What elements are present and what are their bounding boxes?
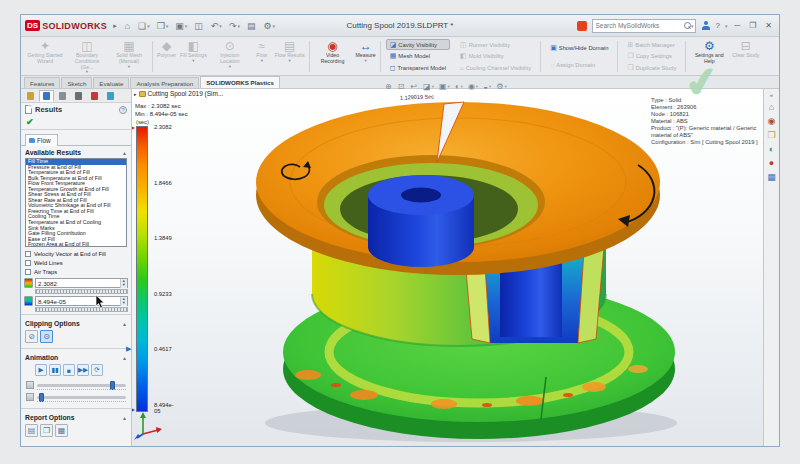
ribbon-button[interactable]: ◉ Video Recording — [312, 38, 354, 75]
quick-access-button[interactable]: ❒▾ — [157, 21, 169, 31]
feature-tree-flyout[interactable]: ▸ Cutting Spool 2019 (Sim... — [134, 90, 223, 97]
ribbon-toggle-button[interactable]: ❐ Copy Settings — [623, 51, 680, 62]
ribbon-button[interactable]: ▦ Solid Mesh (Manual) ▾ — [108, 38, 150, 75]
view-toolbar-button[interactable]: ◒ ▾ — [483, 82, 491, 91]
help-icon[interactable]: ? — [119, 106, 127, 114]
checkbox-row[interactable]: Air Traps — [21, 267, 131, 276]
task-pane-collapse-icon[interactable]: « — [770, 92, 773, 98]
ribbon-button[interactable]: ◫ Boundary Conditions (Ge... ▾ — [66, 38, 108, 75]
max-spinner[interactable]: ▲▼ — [120, 279, 127, 288]
property-manager-tab[interactable] — [103, 90, 118, 102]
help-button[interactable]: ? — [715, 21, 719, 30]
command-tab[interactable]: Features — [24, 77, 60, 88]
min-value-input[interactable] — [36, 298, 120, 305]
ribbon-button[interactable]: ✦ Getting Started Wizard — [24, 38, 66, 75]
task-pane-tab-icon[interactable]: ⌂ — [769, 102, 774, 112]
ribbon-toggle-button[interactable]: ≈ Cooling Channel Visibility — [456, 63, 535, 74]
ribbon-toggle-button[interactable]: ◧ Mold Visibility — [456, 51, 535, 62]
solidworks-logo[interactable]: DS SOLIDWORKS — [21, 20, 113, 31]
view-toolbar-button[interactable]: ⊡ — [398, 82, 406, 91]
panel-flyout-arrow-icon[interactable]: ▶ — [126, 345, 131, 353]
slider-handle[interactable] — [39, 393, 44, 402]
command-tab[interactable]: SOLIDWORKS Plastics — [200, 76, 280, 88]
ribbon-toggle-button[interactable]: ⊞ Batch Manager — [623, 39, 680, 50]
task-pane-tab-icon[interactable]: ◐ — [769, 144, 774, 154]
command-tab[interactable]: Evaluate — [93, 77, 129, 88]
result-list-item[interactable]: Frozen Area at End of Fill — [26, 242, 126, 247]
slider-handle[interactable] — [110, 381, 115, 390]
clipping-plane-button[interactable]: ⊘ — [25, 330, 38, 343]
clipping-plane-button[interactable]: ⊙ — [40, 330, 53, 343]
ribbon-toggle-button[interactable]: ◻ Transparent Model — [386, 63, 450, 74]
quick-access-button[interactable]: ⌂ — [125, 21, 131, 31]
ribbon-toggle-button[interactable]: ❒ Duplicate Study — [623, 63, 680, 74]
animation-speed-slider[interactable] — [37, 384, 126, 387]
legend-color-bar[interactable] — [136, 126, 148, 412]
view-toolbar-button[interactable]: ↩ — [410, 82, 418, 91]
report-option-button[interactable]: ▤ — [25, 424, 38, 437]
quick-access-button[interactable]: ❏▾ — [138, 21, 150, 31]
ribbon-toggle-button[interactable]: ▣ Show/Hide Domain — [546, 42, 612, 53]
animation-frame-slider[interactable] — [37, 396, 126, 399]
search-icon[interactable] — [684, 22, 691, 29]
checkbox[interactable] — [25, 269, 31, 275]
ribbon-button[interactable]: ⊟ Clear Study — [730, 38, 761, 75]
checkbox-row[interactable]: Weld Lines — [21, 258, 131, 267]
available-results-header[interactable]: Available Results ▲ — [21, 146, 131, 158]
report-options-header[interactable]: Report Options ▲ — [21, 411, 131, 423]
property-manager-tab[interactable] — [39, 90, 54, 102]
max-value-slider[interactable] — [35, 289, 128, 294]
help-chevron-icon[interactable]: ▾ — [725, 23, 728, 29]
clipping-options-header[interactable]: Clipping Options ▲ — [21, 317, 131, 329]
animation-playback-button[interactable]: ▶▶ — [77, 364, 89, 376]
task-pane-tab-icon[interactable]: ● — [769, 158, 774, 168]
ribbon-button[interactable]: ◧ Fill Settings ▾ — [178, 38, 209, 75]
command-tab[interactable]: Sketch — [61, 77, 92, 88]
max-value-input[interactable] — [36, 280, 120, 287]
property-manager-tab[interactable] — [55, 90, 70, 102]
view-toolbar-button[interactable]: ⚙ ▾ — [496, 82, 506, 91]
close-button[interactable]: ✕ — [763, 21, 774, 30]
checkbox[interactable] — [25, 251, 31, 257]
search-options-chevron-icon[interactable]: ▾ — [691, 23, 694, 29]
animation-playback-button[interactable]: ⟳ — [91, 364, 103, 376]
view-toolbar-button[interactable]: ▣ ▾ — [439, 82, 450, 91]
view-toolbar-button[interactable]: ◐ ▾ — [455, 82, 463, 91]
animation-playback-button[interactable]: ▶ — [35, 364, 47, 376]
view-toolbar-button[interactable]: ◪ ▾ — [423, 82, 434, 91]
property-manager-tab[interactable] — [87, 90, 102, 102]
ribbon-toggle-button[interactable]: ◌ Assign Domain — [546, 60, 612, 71]
checkbox[interactable] — [25, 260, 31, 266]
min-value-slider[interactable] — [35, 307, 128, 312]
quick-access-button[interactable]: ▣▾ — [175, 21, 187, 31]
property-manager-tab[interactable] — [23, 90, 38, 102]
user-account-icon[interactable] — [701, 21, 710, 30]
ribbon-button[interactable]: ◆ Polymer — [155, 38, 178, 75]
tree-expand-icon[interactable]: ▸ — [134, 91, 137, 97]
ribbon-button[interactable]: ↔ Measure ▾ — [354, 38, 378, 75]
checkbox-row[interactable]: Velocity Vector at End of Fill — [21, 249, 131, 258]
property-manager-tab[interactable] — [71, 90, 86, 102]
quick-access-button[interactable]: ▤ — [247, 21, 257, 31]
quick-access-button[interactable]: ↶▾ — [211, 21, 222, 31]
command-tab[interactable]: Analysis Preparation — [130, 77, 199, 88]
legend-max-marker[interactable] — [132, 125, 135, 131]
flow-study-tab[interactable]: Flow — [25, 134, 58, 146]
report-option-button[interactable]: ❒ — [40, 424, 53, 437]
ribbon-button[interactable]: ▤ Flow Results ▾ — [273, 38, 307, 75]
quick-access-button[interactable]: ⚙▾ — [263, 21, 275, 31]
animation-header[interactable]: Animation ▲ — [21, 351, 131, 363]
ribbon-toggle-button[interactable]: ◪ Cavity Visibility — [386, 39, 450, 50]
minimize-button[interactable]: ─ — [732, 21, 742, 30]
quick-access-button[interactable]: ◫ — [194, 21, 204, 31]
view-toolbar-button[interactable]: ◉ ▾ — [468, 82, 478, 91]
menu-expand-icon[interactable]: ▸ — [113, 22, 117, 30]
ok-button[interactable]: ✔ — [26, 117, 34, 127]
ribbon-toggle-button[interactable]: ▦ Mesh Model — [386, 51, 450, 62]
task-pane-tab-icon[interactable]: ▦ — [767, 172, 776, 182]
search-input[interactable] — [595, 22, 683, 29]
restore-button[interactable]: ❐ — [747, 21, 758, 30]
report-option-button[interactable]: ▦ — [55, 424, 68, 437]
ribbon-toggle-button[interactable]: ◫ Runner Visibility — [456, 39, 535, 50]
min-spinner[interactable]: ▲▼ — [120, 297, 127, 306]
